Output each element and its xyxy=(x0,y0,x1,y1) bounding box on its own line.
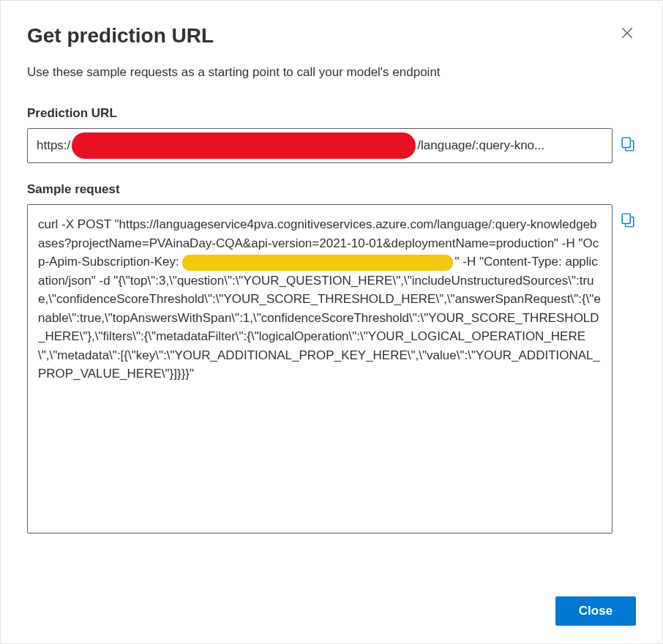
prediction-url-row: https:/ /language/:query-kno... xyxy=(27,128,636,163)
prediction-url-dialog: Get prediction URL Use these sample requ… xyxy=(1,1,662,643)
url-prefix-text: https:/ xyxy=(37,138,70,153)
sample-request-row: curl -X POST "https://languageservice4pv… xyxy=(27,204,636,533)
copy-url-icon[interactable] xyxy=(621,137,636,151)
dialog-footer: Close xyxy=(27,582,636,626)
copy-sample-icon[interactable] xyxy=(621,213,636,228)
svg-rect-2 xyxy=(622,138,630,147)
dialog-subtitle: Use these sample requests as a starting … xyxy=(27,65,636,80)
redacted-url-segment xyxy=(72,132,416,159)
prediction-url-label: Prediction URL xyxy=(27,106,636,121)
sample-request-textarea[interactable]: curl -X POST "https://languageservice4pv… xyxy=(27,204,613,533)
sample-request-part2: " -H "Content-Type: application/json" -d… xyxy=(38,255,601,381)
dialog-title: Get prediction URL xyxy=(27,24,214,48)
dialog-header: Get prediction URL xyxy=(27,24,636,48)
close-button[interactable]: Close xyxy=(555,596,636,626)
url-suffix-text: /language/:query-kno... xyxy=(417,138,544,153)
sample-request-label: Sample request xyxy=(27,182,636,197)
prediction-url-input[interactable]: https:/ /language/:query-kno... xyxy=(27,128,613,163)
redacted-key-segment xyxy=(182,255,453,271)
close-icon[interactable] xyxy=(618,24,636,42)
svg-rect-3 xyxy=(622,214,630,223)
